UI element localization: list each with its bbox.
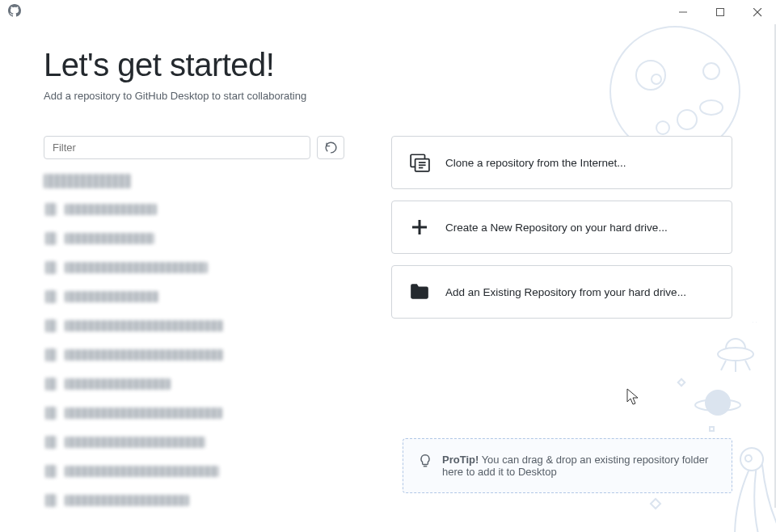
repo-list-item[interactable] — [44, 316, 344, 336]
repo-label — [65, 407, 222, 419]
repository-list — [44, 174, 344, 510]
repo-label — [65, 262, 208, 273]
repo-icon — [45, 436, 57, 449]
repo-list-item[interactable] — [44, 491, 344, 510]
repo-list-item[interactable] — [44, 258, 344, 277]
folder-icon — [408, 281, 431, 303]
page-title: Let's get started! — [44, 47, 732, 83]
refresh-icon — [325, 141, 337, 154]
repo-icon — [45, 232, 57, 245]
clone-icon — [408, 151, 431, 174]
repo-list-item[interactable] — [44, 462, 344, 481]
create-repository-card[interactable]: Create a New Repository on your hard dri… — [391, 201, 732, 254]
repo-label — [65, 204, 157, 215]
repo-icon — [45, 407, 57, 420]
repo-list-item[interactable] — [44, 403, 344, 423]
add-existing-repository-card[interactable]: Add an Existing Repository from your har… — [391, 265, 732, 319]
lightbulb-icon — [418, 454, 432, 468]
window-maximize-button[interactable] — [702, 0, 739, 24]
repo-icon — [45, 494, 57, 507]
repo-list-item[interactable] — [44, 345, 344, 365]
repo-label — [65, 378, 171, 390]
repo-label — [65, 495, 189, 506]
add-existing-repository-label: Add an Existing Repository from your har… — [445, 286, 686, 298]
repo-section-header — [44, 174, 131, 188]
repo-list-item[interactable] — [44, 433, 344, 452]
window-minimize-button[interactable] — [664, 0, 702, 24]
repo-list-item[interactable] — [44, 374, 344, 394]
clone-repository-card[interactable]: Clone a repository from the Internet... — [391, 136, 732, 189]
repo-list-item[interactable] — [44, 287, 344, 306]
repo-icon — [45, 203, 57, 216]
repo-label — [65, 320, 223, 331]
repo-icon — [45, 378, 57, 391]
repo-icon — [45, 290, 57, 303]
repo-icon — [45, 319, 57, 332]
titlebar — [0, 0, 776, 24]
protip-box: ProTip! You can drag & drop an existing … — [403, 438, 732, 493]
create-repository-label: Create a New Repository on your hard dri… — [445, 222, 668, 234]
repo-label — [65, 291, 158, 302]
page-subtitle: Add a repository to GitHub Desktop to st… — [44, 90, 732, 102]
filter-input[interactable] — [44, 136, 310, 159]
protip-text: ProTip! You can drag & drop an existing … — [442, 454, 717, 478]
repo-label — [65, 349, 223, 361]
window-close-button[interactable] — [739, 0, 776, 24]
repo-list-item[interactable] — [44, 229, 344, 248]
repo-icon — [45, 348, 57, 361]
repo-label — [65, 233, 154, 244]
repo-label — [65, 466, 219, 477]
repo-icon — [45, 261, 57, 274]
repo-label — [65, 437, 205, 448]
repo-icon — [45, 465, 57, 478]
clone-repository-label: Clone a repository from the Internet... — [445, 157, 626, 169]
plus-icon — [408, 216, 431, 239]
repo-list-item[interactable] — [44, 200, 344, 219]
github-mark-icon — [8, 4, 21, 20]
refresh-button[interactable] — [317, 136, 344, 159]
